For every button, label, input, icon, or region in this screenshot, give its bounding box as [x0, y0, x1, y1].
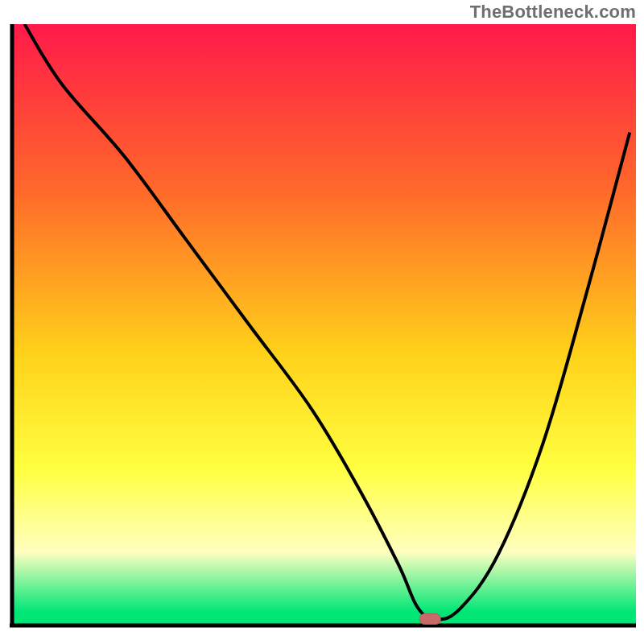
bottleneck-chart: TheBottleneck.com [0, 0, 644, 644]
watermark-text: TheBottleneck.com [470, 2, 636, 23]
gradient-background [12, 24, 636, 624]
optimum-marker [419, 614, 440, 625]
chart-svg [0, 0, 644, 644]
